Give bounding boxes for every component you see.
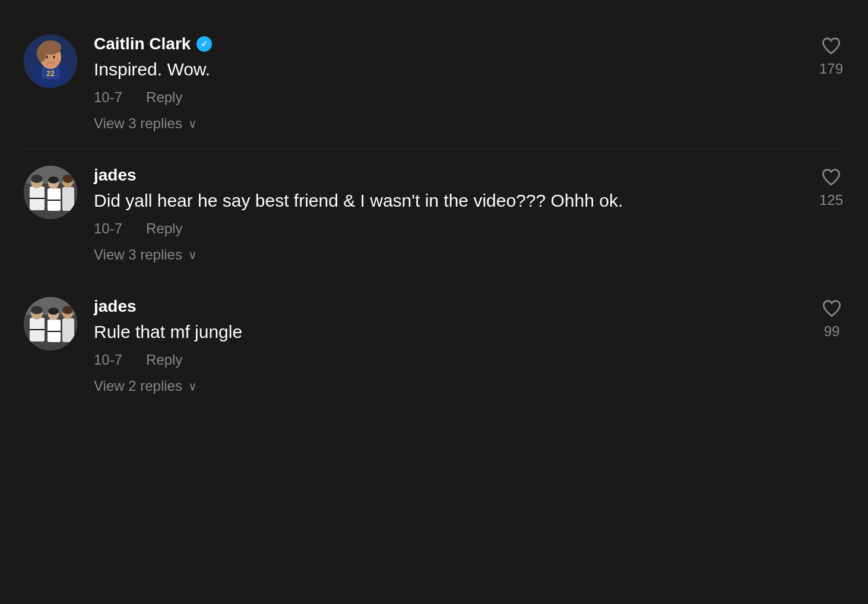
- svg-point-22: [62, 175, 73, 183]
- view-replies-label: View 3 replies: [94, 115, 182, 132]
- comment-body: Caitlin Clark✓Inspired. Wow.10-7ReplyVie…: [94, 34, 843, 132]
- comment-meta: 10-7Reply: [94, 220, 843, 237]
- comment-item: jadesRule that mf jungle10-7ReplyView 2 …: [24, 280, 843, 411]
- like-count: 99: [824, 323, 840, 340]
- comment-date: 10-7: [94, 352, 122, 368]
- view-replies-label: View 3 replies: [94, 246, 182, 263]
- avatar: [24, 297, 77, 350]
- heart-icon: [821, 37, 841, 55]
- avatar: 22: [24, 34, 77, 88]
- comment-username[interactable]: jades: [94, 297, 137, 316]
- chevron-down-icon: ∨: [188, 248, 197, 262]
- like-section: 179: [819, 34, 843, 77]
- comment-date: 10-7: [94, 89, 122, 106]
- like-button[interactable]: [820, 166, 842, 188]
- like-section: 125: [819, 166, 843, 208]
- avatar-image: [24, 166, 77, 219]
- svg-point-20: [31, 175, 43, 183]
- comment-username[interactable]: Caitlin Clark: [94, 34, 191, 53]
- svg-point-37: [62, 306, 73, 314]
- svg-point-21: [48, 176, 59, 184]
- comment-text: Did yall hear he say best friend & I was…: [94, 188, 843, 213]
- avatar: [24, 166, 77, 219]
- heart-icon: [822, 299, 842, 317]
- comment-text: Inspired. Wow.: [94, 57, 843, 82]
- comment-body: jadesDid yall hear he say best friend & …: [94, 166, 843, 263]
- like-button[interactable]: [821, 297, 843, 320]
- comment-date: 10-7: [94, 220, 122, 237]
- comment-item: 22 Caitlin Clark✓Inspired. Wow.10-7Reply…: [24, 18, 843, 148]
- svg-point-7: [37, 45, 46, 62]
- verified-badge: ✓: [197, 36, 212, 52]
- reply-button[interactable]: Reply: [146, 352, 182, 368]
- comment-header: jades: [94, 166, 843, 185]
- view-replies-button[interactable]: View 2 replies∨: [94, 378, 197, 394]
- reply-button[interactable]: Reply: [146, 220, 182, 237]
- comment-body: jadesRule that mf jungle10-7ReplyView 2 …: [94, 297, 843, 394]
- comments-list: 22 Caitlin Clark✓Inspired. Wow.10-7Reply…: [24, 18, 843, 411]
- comment-meta: 10-7Reply: [94, 89, 843, 106]
- avatar-image: 22: [24, 34, 77, 88]
- svg-point-36: [48, 308, 59, 315]
- view-replies-button[interactable]: View 3 replies∨: [94, 115, 197, 132]
- comment-meta: 10-7Reply: [94, 352, 843, 368]
- svg-point-9: [53, 56, 55, 59]
- chevron-down-icon: ∨: [188, 116, 197, 131]
- svg-text:22: 22: [46, 69, 55, 78]
- svg-point-35: [31, 306, 43, 314]
- svg-rect-31: [62, 318, 74, 342]
- svg-point-8: [46, 56, 48, 59]
- view-replies-label: View 2 replies: [94, 378, 182, 394]
- like-button[interactable]: [820, 34, 842, 57]
- like-count: 125: [819, 192, 843, 208]
- comment-item: jadesDid yall hear he say best friend & …: [24, 149, 843, 280]
- comment-username[interactable]: jades: [94, 166, 137, 185]
- comment-header: jades: [94, 297, 843, 316]
- like-count: 179: [819, 61, 843, 77]
- avatar-image: [24, 297, 77, 350]
- comment-header: Caitlin Clark✓: [94, 34, 843, 53]
- view-replies-button[interactable]: View 3 replies∨: [94, 246, 197, 263]
- svg-rect-16: [62, 187, 74, 211]
- checkmark-icon: ✓: [201, 40, 208, 48]
- like-section: 99: [821, 297, 843, 340]
- heart-icon: [821, 168, 841, 186]
- chevron-down-icon: ∨: [188, 379, 197, 393]
- comment-text: Rule that mf jungle: [94, 320, 843, 344]
- reply-button[interactable]: Reply: [146, 89, 182, 106]
